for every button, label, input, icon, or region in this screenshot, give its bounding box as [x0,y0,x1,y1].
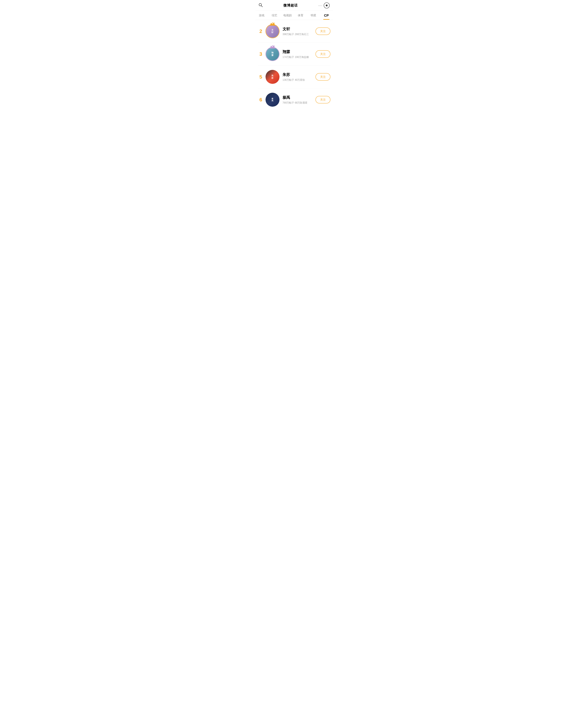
item-info: 文轩 398万帖子 288万海石三 [282,26,316,36]
list-item: 5 朱苏 朱苏 136万帖子 40万星轨 关注 [258,66,331,88]
svg-point-0 [259,3,262,6]
tab-tv[interactable]: 电视剧 [281,12,294,20]
rank-number: 3 [258,51,264,57]
svg-point-9 [270,47,271,48]
avatar-wrapper: 极禹 [266,93,279,107]
page-title: 微博超话 [284,3,298,8]
avatar-image: 朱苏 [266,70,279,84]
follow-button[interactable]: 关注 [316,96,331,103]
list-item: 2 文轩 文轩 398万帖子 288万海石三 关注 [258,20,331,43]
follow-button[interactable]: 关注 [316,73,331,81]
follow-button[interactable]: 关注 [316,50,331,58]
avatar: 极禹 [266,93,279,107]
item-stats: 174万帖子 196万海盐糖 [282,56,316,59]
follow-button[interactable]: 关注 [316,27,331,35]
rank-number: 6 [258,97,264,103]
item-info: 翔霖 174万帖子 196万海盐糖 [282,49,316,59]
svg-point-6 [274,25,275,26]
svg-point-4 [270,25,271,26]
more-icon[interactable]: ··· [318,4,322,7]
item-name: 朱苏 [282,72,316,77]
item-stats: 398万帖子 288万海石三 [282,33,316,36]
search-icon[interactable] [258,3,263,8]
item-name: 文轩 [282,26,316,31]
item-stats: 136万帖子 40万星轨 [282,79,316,82]
svg-point-10 [272,45,273,46]
svg-point-11 [274,47,275,48]
list-item: 3 翔霖 翔霖 174万帖子 196万海盐糖 关注 [258,43,331,66]
svg-line-1 [261,6,263,7]
svg-rect-3 [270,25,275,26]
avatar-wrapper: 翔霖 [266,47,279,61]
crown-icon [270,45,275,49]
app-header: 微博超话 ··· [255,0,333,10]
item-info: 极禹 769万帖子 68万际遇星 [282,95,316,105]
item-name: 翔霖 [282,49,316,55]
record-icon [326,4,327,6]
avatar: 朱苏 [266,70,279,84]
svg-point-5 [272,22,273,23]
item-info: 朱苏 136万帖子 40万星轨 [282,72,316,82]
nav-tabs: 游戏 综艺 电视剧 体育 明星 CP [255,10,333,20]
tab-sports[interactable]: 体育 [294,12,307,20]
crown-icon [270,22,275,27]
item-name: 极禹 [282,95,316,100]
list-item: 6 极禹 极禹 769万帖子 68万际遇星 关注 [258,88,331,111]
header-actions: ··· [318,2,330,8]
rank-number: 2 [258,28,264,34]
avatar-wrapper: 朱苏 [266,70,279,84]
avatar-image: 极禹 [266,93,279,107]
avatar-wrapper: 文轩 [266,24,279,38]
tab-variety[interactable]: 综艺 [268,12,281,20]
rank-number: 5 [258,74,264,80]
svg-rect-8 [270,48,275,48]
ranking-list: 2 文轩 文轩 398万帖子 288万海石三 关注 [255,20,333,111]
tab-game[interactable]: 游戏 [255,12,268,20]
record-button[interactable] [324,2,330,8]
tab-cp[interactable]: CP [320,12,333,20]
tab-star[interactable]: 明星 [307,12,320,20]
item-stats: 769万帖子 68万际遇星 [282,101,316,105]
